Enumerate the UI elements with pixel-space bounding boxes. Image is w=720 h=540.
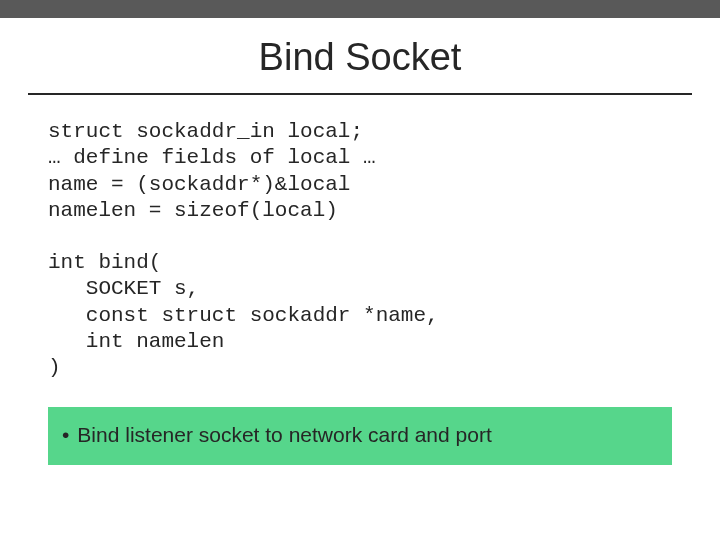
code-block-setup: struct sockaddr_in local; … define field… (48, 119, 672, 224)
highlight-box: • Bind listener socket to network card a… (48, 407, 672, 465)
bullet-dot-icon: • (58, 424, 77, 445)
bullet-text: Bind listener socket to network card and… (77, 423, 491, 447)
code-block-bind-signature: int bind( SOCKET s, const struct sockadd… (48, 250, 672, 381)
top-accent-bar (0, 0, 720, 18)
content-area: struct sockaddr_in local; … define field… (0, 95, 720, 465)
bullet-item: • Bind listener socket to network card a… (58, 423, 656, 447)
slide-title: Bind Socket (0, 18, 720, 93)
